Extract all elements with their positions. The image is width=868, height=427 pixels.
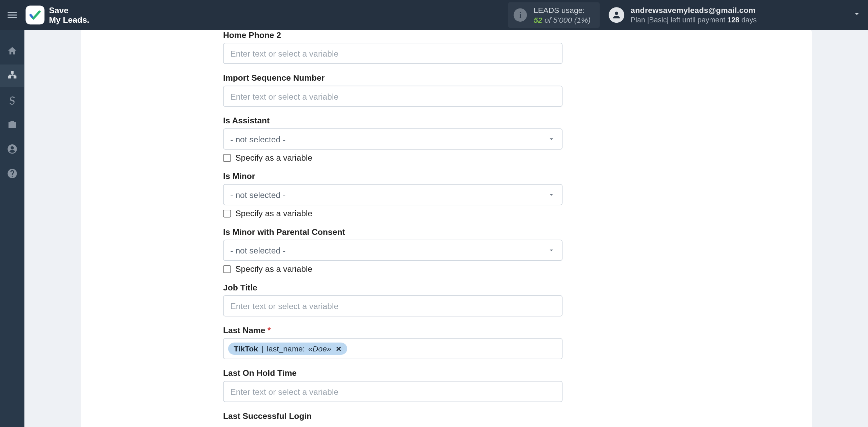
checkbox-row-is-minor-var[interactable]: Specify as a variable (223, 208, 563, 218)
sidebar-item-connections[interactable] (0, 64, 24, 87)
field-import-seq: Import Sequence Number (223, 73, 563, 107)
label-last-login: Last Successful Login (223, 411, 563, 421)
checkbox-is-assistant-var[interactable] (223, 154, 231, 162)
logo-mark (25, 5, 44, 24)
sidebar-item-billing[interactable] (0, 89, 24, 111)
leads-usage-box[interactable]: i LEADS usage: 52 of 5'000 (1%) (508, 2, 600, 28)
label-import-seq: Import Sequence Number (223, 73, 563, 82)
variable-pill-remove[interactable]: ✕ (336, 345, 342, 353)
label-is-minor: Is Minor (223, 171, 563, 181)
user-icon (611, 10, 622, 20)
svg-rect-0 (11, 71, 14, 73)
user-circle-icon (7, 143, 18, 155)
logo-text: Save My Leads. (49, 5, 89, 25)
input-import-seq[interactable] (223, 86, 563, 107)
leads-usage-label: LEADS usage: (534, 5, 591, 15)
checkbox-is-minor-var-label: Specify as a variable (235, 208, 312, 218)
label-last-on-hold: Last On Hold Time (223, 368, 563, 378)
field-home-phone-2: Home Phone 2 (223, 30, 563, 64)
variable-pill-source: TikTok (234, 344, 258, 353)
checkbox-row-is-minor-consent-var[interactable]: Specify as a variable (223, 264, 563, 273)
user-email: andrewsavemyleads@gmail.com (631, 5, 757, 16)
label-last-name: Last Name* (223, 325, 563, 335)
leads-of-word: of (545, 16, 553, 24)
select-is-minor-consent[interactable]: - not selected - (223, 240, 563, 261)
label-job-title: Job Title (223, 283, 563, 292)
menu-toggle-button[interactable] (0, 0, 24, 30)
label-home-phone-2: Home Phone 2 (223, 30, 563, 40)
leads-pct: (1%) (574, 16, 591, 24)
sidebar-item-account[interactable] (0, 138, 24, 160)
field-is-minor: Is Minor - not selected - Specify as a v… (223, 171, 563, 218)
svg-rect-2 (14, 76, 16, 78)
label-is-minor-consent: Is Minor with Parental Consent (223, 227, 563, 237)
leads-total-value: 5'000 (553, 16, 572, 24)
input-home-phone-2[interactable] (223, 43, 563, 64)
select-is-assistant-value: - not selected - (230, 134, 285, 144)
hamburger-icon (6, 9, 18, 21)
leads-usage-values: 52 of 5'000 (1%) (534, 15, 591, 25)
checkbox-is-minor-consent-var-label: Specify as a variable (235, 264, 312, 273)
field-job-title: Job Title (223, 283, 563, 317)
variable-pill-last-name[interactable]: TikTok | last_name: «Doe» ✕ (228, 343, 348, 355)
chevron-down-icon (852, 9, 861, 18)
info-icon: i (514, 8, 527, 22)
dollar-icon (7, 95, 18, 106)
user-menu[interactable]: andrewsavemyleads@gmail.com Plan |Basic|… (608, 5, 861, 25)
sitemap-icon (7, 70, 18, 81)
chevron-down-icon (548, 191, 555, 199)
select-is-assistant[interactable]: - not selected - (223, 128, 563, 149)
variable-pill-example: «Doe» (308, 344, 331, 353)
sidebar (0, 30, 24, 427)
field-is-assistant: Is Assistant - not selected - Specify as… (223, 116, 563, 162)
checkmark-icon (28, 8, 42, 22)
home-icon (7, 46, 18, 57)
leads-used-value: 52 (534, 16, 542, 24)
input-job-title[interactable] (223, 295, 563, 316)
sidebar-item-help[interactable] (0, 162, 24, 185)
checkbox-is-assistant-var-label: Specify as a variable (235, 153, 312, 162)
app-body: Home Phone 2 Import Sequence Number Is A… (0, 30, 868, 427)
logo[interactable]: Save My Leads. (25, 5, 89, 25)
chevron-down-icon (548, 135, 555, 143)
sidebar-item-briefcase[interactable] (0, 114, 24, 136)
field-last-name: Last Name* TikTok | last_name: «Doe» ✕ (223, 325, 563, 359)
input-last-name[interactable]: TikTok | last_name: «Doe» ✕ (223, 338, 563, 359)
variable-pill-sep: | (261, 344, 263, 353)
content-area: Home Phone 2 Import Sequence Number Is A… (24, 30, 868, 427)
form-column: Home Phone 2 Import Sequence Number Is A… (223, 30, 563, 421)
chevron-down-icon (548, 246, 555, 254)
required-asterisk: * (268, 325, 271, 335)
app-header: Save My Leads. i LEADS usage: 52 of 5'00… (0, 0, 868, 30)
user-menu-chevron[interactable] (852, 9, 861, 21)
sidebar-item-home[interactable] (0, 40, 24, 62)
label-is-assistant: Is Assistant (223, 116, 563, 125)
form-card: Home Phone 2 Import Sequence Number Is A… (81, 30, 812, 427)
field-is-minor-consent: Is Minor with Parental Consent - not sel… (223, 227, 563, 274)
checkbox-is-minor-consent-var[interactable] (223, 265, 231, 273)
svg-rect-1 (8, 76, 11, 78)
user-plan: Plan |Basic| left until payment 128 days (631, 15, 757, 25)
user-text: andrewsavemyleads@gmail.com Plan |Basic|… (631, 5, 757, 25)
leads-usage-text: LEADS usage: 52 of 5'000 (1%) (534, 5, 591, 25)
briefcase-icon (7, 119, 18, 130)
input-last-on-hold[interactable] (223, 381, 563, 402)
variable-pill-key: last_name: (267, 344, 305, 353)
select-is-minor-value: - not selected - (230, 190, 285, 199)
field-last-login: Last Successful Login (223, 411, 563, 421)
avatar (608, 7, 624, 23)
field-last-on-hold: Last On Hold Time (223, 368, 563, 402)
select-is-minor-consent-value: - not selected - (230, 246, 285, 255)
select-is-minor[interactable]: - not selected - (223, 184, 563, 205)
checkbox-row-is-assistant-var[interactable]: Specify as a variable (223, 153, 563, 162)
checkbox-is-minor-var[interactable] (223, 209, 231, 217)
question-icon (7, 168, 18, 179)
